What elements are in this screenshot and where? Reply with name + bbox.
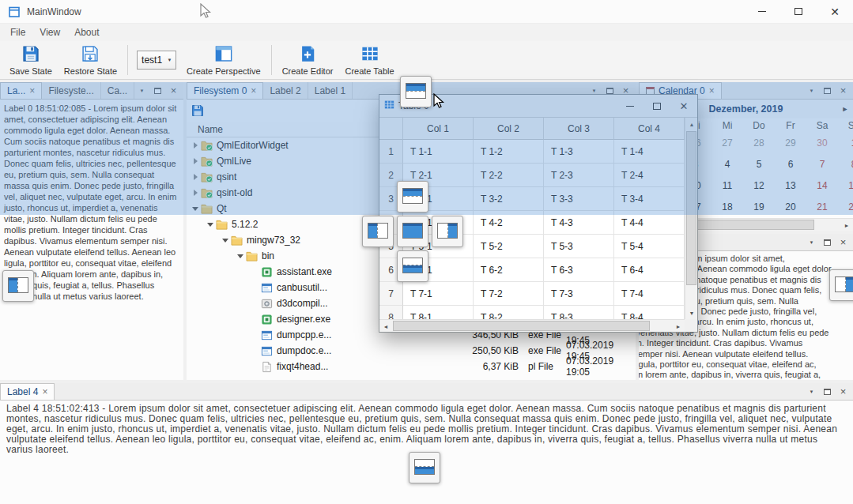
file-type: pl File <box>528 361 553 372</box>
minimize-button[interactable] <box>744 0 780 23</box>
main-toolbar: Save State Restore State test1 ▼ Create … <box>0 41 853 80</box>
drop-pictogram-right <box>835 276 853 292</box>
tree-item-name: 5.12.2 <box>230 219 258 230</box>
tab-label: Label 4 <box>7 386 38 397</box>
table-cell[interactable]: T 5-4 <box>614 235 685 258</box>
drop-indicator-area-left[interactable] <box>362 216 394 247</box>
table-cell[interactable]: T 5-3 <box>544 235 614 258</box>
file-size: 6,37 KiB <box>424 361 519 372</box>
table-cell[interactable]: T 6-4 <box>614 258 685 282</box>
scroll-left-icon[interactable]: ◄ <box>379 320 392 332</box>
scroll-right-icon[interactable]: ► <box>672 320 685 332</box>
splitter-horizontal[interactable] <box>0 380 853 383</box>
combo-arrow-icon: ▼ <box>164 58 176 62</box>
dock-titlebar-buttons: ▼ × <box>805 383 853 400</box>
app-gray-icon <box>261 298 275 310</box>
app-green-icon <box>261 314 275 325</box>
folder-icon <box>216 219 230 231</box>
undock-icon <box>824 239 831 246</box>
drop-indicator-area-bottom[interactable] <box>397 250 428 282</box>
maximize-icon <box>794 8 802 15</box>
drop-indicator-left-edge[interactable] <box>2 270 34 302</box>
mouse-cursor <box>431 93 447 109</box>
row-header[interactable]: 7 <box>379 282 403 306</box>
drop-pictogram-left <box>8 277 28 293</box>
drop-indicator-area-right[interactable] <box>432 216 463 247</box>
tree-item-name: dumpdoc.e... <box>275 345 331 356</box>
table-row: 7T 7-1T 7-2T 7-3T 7-4 <box>379 282 697 306</box>
window-titlebar: MainWindow ✕ <box>0 0 853 24</box>
l4-tab-label-4[interactable]: Label 4× <box>0 383 55 400</box>
table-cell[interactable]: T 7-2 <box>474 282 544 306</box>
table-cell[interactable]: T 5-2 <box>474 235 544 258</box>
drop-indicator-area-top[interactable] <box>397 181 428 213</box>
tree-item-name: mingw73_32 <box>245 235 300 246</box>
table-cell[interactable]: T 7-1 <box>403 282 474 306</box>
create-perspective-button[interactable]: Create Perspective <box>182 43 266 77</box>
tree-item-name: d3dcompil... <box>275 298 328 309</box>
collapse-arrow-icon[interactable] <box>205 223 216 227</box>
scrollbar-thumb[interactable] <box>393 321 650 331</box>
menubar: FileViewAbout <box>0 24 853 41</box>
toolbar-separator <box>127 45 128 75</box>
perspective-combo[interactable]: test1 ▼ <box>137 51 176 70</box>
drop-indicator-right-edge[interactable] <box>829 269 853 301</box>
collapse-arrow-icon[interactable] <box>220 239 231 243</box>
table-cell[interactable]: T 7-4 <box>614 282 685 306</box>
drop-pictogram-left <box>368 223 388 239</box>
scrollbar-corner <box>685 319 697 332</box>
drop-pictogram-bottom <box>414 459 435 475</box>
table-cell[interactable]: T 6-3 <box>544 258 614 282</box>
label4-dock-tabbar: Label 4× ▼ × <box>0 383 853 401</box>
undock-button[interactable] <box>821 386 834 398</box>
menu-view[interactable]: View <box>32 25 67 39</box>
menu-about[interactable]: About <box>67 25 106 39</box>
scroll-right-icon[interactable]: ► <box>840 219 853 231</box>
window-controls: ✕ <box>744 0 853 23</box>
dock-close-button[interactable]: × <box>836 236 850 249</box>
tree-item-name: designer.exe <box>275 314 330 325</box>
restore-state-button[interactable]: Restore State <box>59 43 122 77</box>
create-editor-icon <box>299 45 316 65</box>
file-type: exe File <box>528 345 561 356</box>
tree-item-name: bin <box>260 250 274 261</box>
maximize-button[interactable] <box>780 0 817 23</box>
create-perspective-icon <box>215 45 232 65</box>
drop-indicator-area-center[interactable] <box>397 216 428 247</box>
app-blue-icon <box>261 282 275 294</box>
folder-icon <box>231 235 245 246</box>
toolbar-separator <box>271 45 272 75</box>
create-table-button[interactable]: Create Table <box>340 43 398 77</box>
tree-item-name: assistant.exe <box>275 266 332 277</box>
minimize-icon <box>758 11 766 12</box>
undock-button[interactable] <box>821 236 834 249</box>
save-state-button[interactable]: Save State <box>5 43 57 77</box>
close-button[interactable]: ✕ <box>817 0 853 23</box>
table-cell[interactable]: T 7-3 <box>544 282 614 306</box>
file-icon <box>261 361 275 373</box>
create-editor-button[interactable]: Create Editor <box>277 43 338 77</box>
drop-pictogram-right <box>437 223 458 239</box>
tree-item-name: canbusutil... <box>275 282 327 293</box>
file-size: 250,50 KiB <box>424 345 519 356</box>
menu-file[interactable]: File <box>3 25 32 39</box>
drop-indicator-bottom-edge[interactable] <box>409 452 440 483</box>
mouse-cursor-ghost <box>198 3 213 19</box>
collapse-arrow-icon[interactable] <box>235 254 246 258</box>
tree-row-fixqt4head[interactable]: fixqt4head...6,37 KiBpl File07.03.2019 1… <box>187 359 636 374</box>
app-blue-icon <box>261 345 275 357</box>
table-cell[interactable]: T 6-2 <box>474 258 544 282</box>
tabs-menu-button[interactable]: ▼ <box>805 386 818 398</box>
tab-close-icon[interactable]: × <box>42 387 47 397</box>
drop-pictogram-top <box>406 83 426 99</box>
table-hscrollbar[interactable]: ◄ ► <box>379 319 685 332</box>
drop-indicator-top-edge[interactable] <box>400 76 432 107</box>
drop-pictogram-bottom <box>402 258 423 273</box>
dock-titlebar-buttons: ▼ × <box>805 234 853 250</box>
tabs-menu-button[interactable]: ▼ <box>805 236 818 249</box>
app-green-icon <box>261 266 275 278</box>
dock-close-button[interactable]: × <box>836 386 850 398</box>
scroll-down-icon[interactable]: ▼ <box>685 307 697 319</box>
drop-pictogram-center <box>402 223 423 239</box>
undock-icon <box>824 389 831 395</box>
